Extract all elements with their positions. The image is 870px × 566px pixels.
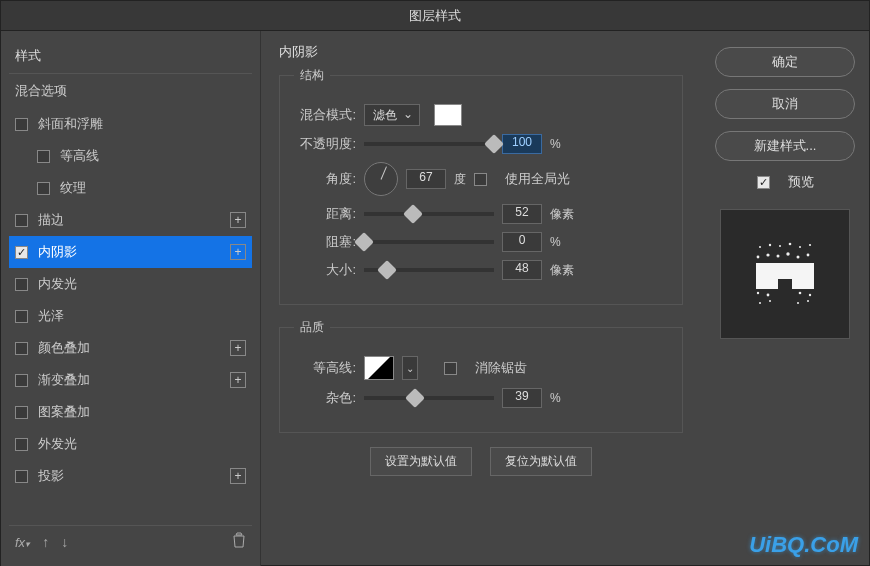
angle-input[interactable]: 67 — [406, 169, 446, 189]
quality-legend: 品质 — [294, 319, 330, 336]
opacity-input[interactable]: 100 — [502, 134, 542, 154]
watermark: UiBQ.CoM — [749, 532, 858, 558]
arrow-up-icon[interactable]: ↑ — [42, 534, 49, 550]
svg-point-17 — [799, 292, 802, 295]
preview-toggle[interactable]: 预览 — [757, 173, 814, 191]
style-checkbox[interactable] — [15, 342, 28, 355]
angle-dial[interactable] — [364, 162, 398, 196]
color-swatch[interactable] — [434, 104, 462, 126]
sidebar-header: 样式 — [9, 39, 252, 73]
blend-mode-label: 混合模式: — [294, 106, 356, 124]
plus-icon[interactable]: + — [230, 468, 246, 484]
svg-point-15 — [757, 292, 759, 294]
noise-input[interactable]: 39 — [502, 388, 542, 408]
preview-checkbox[interactable] — [757, 176, 770, 189]
new-style-button[interactable]: 新建样式... — [715, 131, 855, 161]
set-default-button[interactable]: 设置为默认值 — [370, 447, 472, 476]
style-label: 描边 — [38, 211, 64, 229]
slider-thumb[interactable] — [405, 388, 425, 408]
plus-icon[interactable]: + — [230, 372, 246, 388]
svg-point-8 — [766, 253, 769, 256]
style-item-5[interactable]: 内发光 — [9, 268, 252, 300]
opacity-label: 不透明度: — [294, 135, 356, 153]
style-item-1[interactable]: 等高线 — [9, 140, 252, 172]
svg-point-6 — [809, 244, 811, 246]
style-item-3[interactable]: 描边+ — [9, 204, 252, 236]
style-checkbox[interactable] — [37, 150, 50, 163]
size-slider[interactable] — [364, 268, 494, 272]
svg-point-22 — [807, 300, 809, 302]
cancel-button[interactable]: 取消 — [715, 89, 855, 119]
style-item-4[interactable]: 内阴影+ — [9, 236, 252, 268]
plus-icon[interactable]: + — [230, 340, 246, 356]
style-item-10[interactable]: 外发光 — [9, 428, 252, 460]
trash-icon[interactable] — [232, 532, 246, 552]
style-checkbox[interactable] — [15, 470, 28, 483]
slider-thumb[interactable] — [354, 232, 374, 252]
slider-thumb[interactable] — [377, 260, 397, 280]
size-input[interactable]: 48 — [502, 260, 542, 280]
arrow-down-icon[interactable]: ↓ — [61, 534, 68, 550]
slider-thumb[interactable] — [484, 134, 504, 154]
style-checkbox[interactable] — [15, 310, 28, 323]
style-checkbox[interactable] — [15, 246, 28, 259]
panel-title: 内阴影 — [279, 43, 683, 61]
contour-dropdown[interactable]: ⌄ — [402, 356, 418, 380]
default-buttons: 设置为默认值 复位为默认值 — [279, 447, 683, 476]
ok-button[interactable]: 确定 — [715, 47, 855, 77]
style-label: 等高线 — [60, 147, 99, 165]
style-item-6[interactable]: 光泽 — [9, 300, 252, 332]
style-item-2[interactable]: 纹理 — [9, 172, 252, 204]
choke-slider[interactable] — [364, 240, 494, 244]
contour-swatch[interactable] — [364, 356, 394, 380]
svg-point-9 — [777, 255, 780, 258]
plus-icon[interactable]: + — [230, 244, 246, 260]
blend-mode-select[interactable]: 滤色 — [364, 104, 420, 126]
distance-input[interactable]: 52 — [502, 204, 542, 224]
opacity-unit: % — [550, 137, 561, 151]
choke-unit: % — [550, 235, 561, 249]
slider-thumb[interactable] — [403, 204, 423, 224]
reset-default-button[interactable]: 复位为默认值 — [490, 447, 592, 476]
style-item-0[interactable]: 斜面和浮雕 — [9, 108, 252, 140]
dialog-body: 样式 混合选项 斜面和浮雕等高线纹理描边+内阴影+内发光光泽颜色叠加+渐变叠加+… — [1, 31, 869, 566]
style-checkbox[interactable] — [15, 438, 28, 451]
style-label: 内发光 — [38, 275, 77, 293]
style-checkbox[interactable] — [37, 182, 50, 195]
antialias-label: 消除锯齿 — [475, 359, 527, 377]
angle-unit: 度 — [454, 171, 466, 188]
style-label: 渐变叠加 — [38, 371, 90, 389]
size-unit: 像素 — [550, 262, 574, 279]
style-checkbox[interactable] — [15, 118, 28, 131]
dialog-title: 图层样式 — [409, 7, 461, 25]
distance-slider[interactable] — [364, 212, 494, 216]
style-label: 内阴影 — [38, 243, 77, 261]
style-item-8[interactable]: 渐变叠加+ — [9, 364, 252, 396]
style-item-11[interactable]: 投影+ — [9, 460, 252, 492]
size-row: 大小: 48 像素 — [294, 260, 668, 280]
fx-icon[interactable]: fx▾ — [15, 535, 30, 550]
noise-slider[interactable] — [364, 396, 494, 400]
style-checkbox[interactable] — [15, 278, 28, 291]
blend-options[interactable]: 混合选项 — [9, 73, 252, 108]
antialias-checkbox[interactable] — [444, 362, 457, 375]
distance-row: 距离: 52 像素 — [294, 204, 668, 224]
style-item-7[interactable]: 颜色叠加+ — [9, 332, 252, 364]
style-label: 图案叠加 — [38, 403, 90, 421]
plus-icon[interactable]: + — [230, 212, 246, 228]
style-item-9[interactable]: 图案叠加 — [9, 396, 252, 428]
choke-input[interactable]: 0 — [502, 232, 542, 252]
opacity-slider[interactable] — [364, 142, 494, 146]
style-checkbox[interactable] — [15, 406, 28, 419]
titlebar: 图层样式 — [1, 1, 869, 31]
style-checkbox[interactable] — [15, 214, 28, 227]
noise-unit: % — [550, 391, 561, 405]
global-light-checkbox[interactable] — [474, 173, 487, 186]
style-checkbox[interactable] — [15, 374, 28, 387]
quality-group: 品质 等高线: ⌄ 消除锯齿 杂色: 39 % — [279, 319, 683, 433]
noise-row: 杂色: 39 % — [294, 388, 668, 408]
svg-point-18 — [809, 294, 811, 296]
layer-style-dialog: 图层样式 样式 混合选项 斜面和浮雕等高线纹理描边+内阴影+内发光光泽颜色叠加+… — [0, 0, 870, 566]
svg-point-5 — [799, 246, 801, 248]
svg-point-3 — [779, 245, 781, 247]
